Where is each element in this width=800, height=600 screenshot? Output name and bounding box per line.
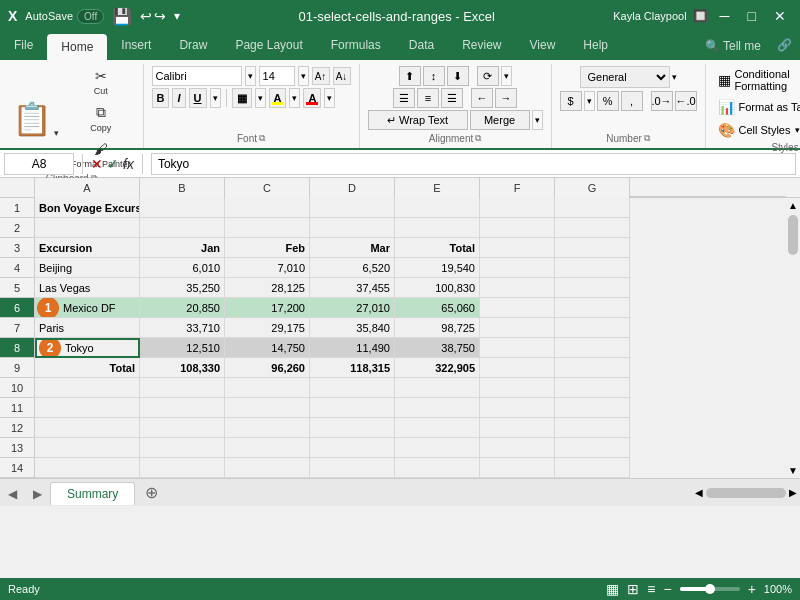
col-header-g[interactable]: G — [555, 178, 630, 198]
row-num-14[interactable]: 14 — [0, 458, 35, 478]
conditional-formatting-button[interactable]: ▦ Conditional Formatting ▾ — [714, 66, 800, 94]
cell-b3[interactable]: Jan — [140, 238, 225, 258]
cell-c1[interactable] — [225, 198, 310, 218]
normal-view-button[interactable]: ▦ — [606, 581, 619, 597]
ribbon-display-icon[interactable]: 🔲 — [693, 9, 708, 23]
cell-e9[interactable]: 322,905 — [395, 358, 480, 378]
cell-g4[interactable] — [555, 258, 630, 278]
cell-g11[interactable] — [555, 398, 630, 418]
border-dropdown[interactable]: ▾ — [255, 88, 266, 108]
align-bottom-button[interactable]: ⬇ — [447, 66, 469, 86]
cell-f2[interactable] — [480, 218, 555, 238]
cell-d10[interactable] — [310, 378, 395, 398]
restore-button[interactable]: □ — [742, 6, 762, 26]
autosave-toggle[interactable]: Off — [77, 9, 104, 24]
cell-b4[interactable]: 6,010 — [140, 258, 225, 278]
row-num-7[interactable]: 7 — [0, 318, 35, 338]
col-header-b[interactable]: B — [140, 178, 225, 198]
row-num-5[interactable]: 5 — [0, 278, 35, 298]
scroll-left-button[interactable]: ◀ — [692, 487, 706, 498]
fill-color-dropdown[interactable]: ▾ — [289, 88, 300, 108]
number-format-select[interactable]: General Number Currency Percentage — [580, 66, 670, 88]
cell-c10[interactable] — [225, 378, 310, 398]
cell-d5[interactable]: 37,455 — [310, 278, 395, 298]
col-header-f[interactable]: F — [480, 178, 555, 198]
cell-styles-dropdown[interactable]: ▾ — [795, 125, 800, 135]
corner-cell[interactable] — [0, 178, 35, 197]
cell-f12[interactable] — [480, 418, 555, 438]
cell-d4[interactable]: 6,520 — [310, 258, 395, 278]
cell-e7[interactable]: 98,725 — [395, 318, 480, 338]
cell-c12[interactable] — [225, 418, 310, 438]
cell-c5[interactable]: 28,125 — [225, 278, 310, 298]
cell-f1[interactable] — [480, 198, 555, 218]
vertical-scrollbar[interactable]: ▲ ▼ — [786, 198, 800, 478]
row-num-10[interactable]: 10 — [0, 378, 35, 398]
tab-review[interactable]: Review — [448, 32, 515, 60]
cell-b8[interactable]: 12,510 — [140, 338, 225, 358]
cell-g6[interactable] — [555, 298, 630, 318]
font-name-dropdown[interactable]: ▾ — [245, 66, 256, 86]
row-num-6[interactable]: 6 — [0, 298, 35, 318]
underline-dropdown[interactable]: ▾ — [210, 88, 221, 108]
close-button[interactable]: ✕ — [768, 6, 792, 26]
row-num-13[interactable]: 13 — [0, 438, 35, 458]
cell-c13[interactable] — [225, 438, 310, 458]
formula-input[interactable] — [151, 153, 796, 175]
paste-arrow[interactable]: ▾ — [54, 128, 59, 138]
cell-a5[interactable]: Las Vegas — [35, 278, 140, 298]
cell-g5[interactable] — [555, 278, 630, 298]
font-size-dropdown[interactable]: ▾ — [298, 66, 309, 86]
row-num-8[interactable]: 8 — [0, 338, 35, 358]
format-as-table-button[interactable]: 📊 Format as Table ▾ — [714, 97, 800, 117]
row-num-9[interactable]: 9 — [0, 358, 35, 378]
cell-d6[interactable]: 27,010 — [310, 298, 395, 318]
cell-a13[interactable] — [35, 438, 140, 458]
cell-b6[interactable]: 20,850 — [140, 298, 225, 318]
formula-confirm-button[interactable]: ✓ — [107, 156, 119, 172]
cell-g13[interactable] — [555, 438, 630, 458]
number-format-dropdown[interactable]: ▾ — [672, 72, 677, 82]
tab-help[interactable]: Help — [569, 32, 622, 60]
cell-c8[interactable]: 14,750 — [225, 338, 310, 358]
decrease-indent-button[interactable]: ← — [471, 88, 493, 108]
insert-function-button[interactable]: fx — [123, 156, 134, 172]
text-angle-button[interactable]: ⟳ — [477, 66, 499, 86]
formula-cancel-button[interactable]: ✕ — [91, 156, 103, 172]
cell-d9[interactable]: 118,315 — [310, 358, 395, 378]
cell-g14[interactable] — [555, 458, 630, 478]
cell-d2[interactable] — [310, 218, 395, 238]
underline-button[interactable]: U — [189, 88, 207, 108]
zoom-slider-thumb[interactable] — [705, 584, 715, 594]
cell-e12[interactable] — [395, 418, 480, 438]
zoom-in-button[interactable]: + — [748, 581, 756, 597]
share-button[interactable]: 🔗 — [769, 32, 800, 60]
cell-b10[interactable] — [140, 378, 225, 398]
cell-e1[interactable] — [395, 198, 480, 218]
cell-b11[interactable] — [140, 398, 225, 418]
cell-e14[interactable] — [395, 458, 480, 478]
cell-a8[interactable]: 2 Tokyo — [35, 338, 140, 358]
page-break-view-button[interactable]: ≡ — [647, 581, 655, 597]
increase-decimal-button[interactable]: .0→ — [651, 91, 673, 111]
cell-g7[interactable] — [555, 318, 630, 338]
font-dialog-icon[interactable]: ⧉ — [259, 133, 265, 144]
cell-d12[interactable] — [310, 418, 395, 438]
cell-f5[interactable] — [480, 278, 555, 298]
scroll-thumb-v[interactable] — [788, 215, 798, 255]
cell-b12[interactable] — [140, 418, 225, 438]
cell-d13[interactable] — [310, 438, 395, 458]
increase-font-button[interactable]: A↑ — [312, 67, 330, 85]
cell-d11[interactable] — [310, 398, 395, 418]
align-right-button[interactable]: ☰ — [441, 88, 463, 108]
tab-draw[interactable]: Draw — [165, 32, 221, 60]
cell-c7[interactable]: 29,175 — [225, 318, 310, 338]
fill-color-button[interactable]: A — [269, 88, 287, 108]
cell-b2[interactable] — [140, 218, 225, 238]
cell-c11[interactable] — [225, 398, 310, 418]
merge-dropdown[interactable]: ▾ — [532, 110, 543, 130]
bold-button[interactable]: B — [152, 88, 170, 108]
cell-f7[interactable] — [480, 318, 555, 338]
cell-a11[interactable] — [35, 398, 140, 418]
alignment-dialog-icon[interactable]: ⧉ — [475, 133, 481, 144]
